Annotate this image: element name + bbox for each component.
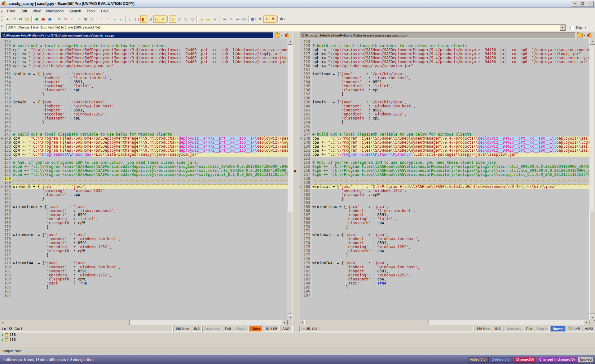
redo-icon[interactable]: ↷	[105, 15, 111, 23]
print-icon[interactable]: ▤	[82, 15, 89, 23]
minimize-button[interactable]: ─	[571, 1, 578, 7]
code-line[interactable]: 135 'encoding' : 'latin1',	[0, 84, 288, 88]
code-line[interactable]: 182 'encoding' : 'windows-1252',	[0, 273, 288, 277]
edit-second-file-icon[interactable]: ✎	[63, 15, 69, 23]
code-line[interactable]: 166 'iomhost' : 'linux.iom.host',	[300, 209, 590, 213]
line-inspector-icon[interactable]: ≡	[257, 15, 263, 23]
code-line[interactable]: 147# build out a local classpath variabl…	[0, 132, 288, 136]
code-line[interactable]: 161 'encoding' : 'windows-1252',	[300, 189, 590, 193]
skip-checkbox[interactable]	[570, 26, 574, 30]
code-line[interactable]: 156#cpW += ";C:\\Program Files\\SASHome\…	[0, 169, 288, 173]
code-line[interactable]: 159	[0, 181, 288, 185]
code-line[interactable]: 165winiomlinux = {'java' : 'java',	[300, 205, 590, 209]
auto-recompare-icon[interactable]: ✓	[160, 15, 166, 23]
code-line[interactable]: 162 'classpath' : cpW	[0, 193, 288, 197]
code-line[interactable]: 163 }	[300, 197, 590, 201]
code-line[interactable]: 183 'classpath' : cpW,	[300, 277, 590, 281]
code-line[interactable]: 168 'encoding' : 'latin1',	[300, 217, 590, 221]
code-line[interactable]: 144 }	[0, 120, 288, 124]
code-line[interactable]: 187	[300, 293, 590, 297]
code-line[interactable]: 158	[0, 177, 288, 181]
code-line[interactable]: 182 'encoding' : 'windows-1252',	[300, 273, 590, 277]
code-line[interactable]: 169 'classpath' : cpW	[300, 221, 590, 225]
menu-search[interactable]: Search	[67, 8, 84, 14]
code-line[interactable]: 141 'iomport' : 8591,	[0, 108, 288, 112]
code-line[interactable]: ►160winlocal = {'java' : 'C:\\Program Fi…	[300, 185, 590, 189]
code-line[interactable]: 147# build out a local classpath variabl…	[300, 132, 590, 136]
code-line[interactable]: 175 'encoding' : 'windows-1252',	[300, 245, 590, 249]
code-line[interactable]: 134 'iomport' : 8591,	[300, 80, 590, 84]
code-line[interactable]: 135 'encoding' : 'latin1',	[300, 84, 590, 88]
code-line[interactable]: 131	[0, 68, 288, 72]
code-line[interactable]: 152cpW += ";C:\\Program Files\\Python\\P…	[300, 153, 590, 157]
code-line[interactable]: 185 }	[0, 285, 288, 289]
comments-icon[interactable]: ▬	[205, 15, 212, 23]
code-line[interactable]: 181 'iomport' : 8591,	[300, 269, 590, 273]
code-line[interactable]: 174 'iomport' : 8591,	[0, 241, 288, 245]
code-line[interactable]: 171	[300, 229, 590, 233]
code-line[interactable]: 132iomlinux = {'java' : '/usr/bin/java',	[0, 72, 288, 76]
left-vertical-scrollbar[interactable]: ▲ ▼	[288, 39, 293, 320]
code-line[interactable]: 139iomwin = {'java' : '/usr/bin/java',	[300, 100, 590, 104]
undo-icon[interactable]: ↶	[98, 15, 105, 23]
left-open-file-dropdown-icon[interactable]: ▼	[281, 34, 283, 37]
current-diff-combo[interactable]: Diff 4: Change 1 line (160, first file) …	[6, 24, 566, 31]
right-open-file-dropdown-icon[interactable]: ▼	[583, 34, 585, 37]
code-line[interactable]: 176 'classpath' : cpW	[300, 249, 590, 253]
find-next-icon[interactable]: ∞	[228, 15, 234, 23]
panes-layout-icon[interactable]: ▦▼	[250, 15, 257, 23]
code-line[interactable]: 175 'encoding' : 'windows-1252',	[0, 245, 288, 249]
code-line[interactable]: 156#cpW += ";C:\\Program Files\\SASHome\…	[300, 169, 590, 173]
code-line[interactable]: 136 'classpath' : cpL	[0, 88, 288, 92]
code-line[interactable]: 166 'iomhost' : 'linux.iom.host',	[0, 209, 288, 213]
synchronize-scrolling-icon[interactable]: ⊟	[153, 15, 160, 23]
filter-changed-icon[interactable]: ▽	[189, 15, 196, 23]
code-line[interactable]: 176 'classpath' : cpW	[0, 249, 288, 253]
pane-splitter[interactable]	[293, 32, 300, 332]
code-line[interactable]: ►160winlocal = {'java' : 'java',	[0, 185, 288, 189]
code-line[interactable]: 164	[0, 201, 288, 205]
code-line[interactable]: 168 'encoding' : 'latin1',	[0, 217, 288, 221]
code-line[interactable]: 136 'classpath' : cpL	[300, 88, 590, 92]
code-line[interactable]: 145	[300, 124, 590, 128]
code-line[interactable]: 159	[300, 181, 590, 185]
menu-files[interactable]: Files	[4, 8, 18, 14]
right-vertical-scrollbar[interactable]: ▲ ▼	[589, 39, 594, 320]
options-icon[interactable]: ✱▼	[280, 15, 286, 23]
code-line[interactable]: 129cpL += ":/opt/sasinside/SASHome/SASDe…	[300, 60, 590, 64]
menu-edit[interactable]: Edit	[18, 8, 30, 14]
filter-all-icon[interactable]: ▽	[170, 15, 176, 23]
code-line[interactable]: 150cpW += ";C:\\Program Files\\SASHome\\…	[0, 145, 288, 149]
code-line[interactable]: 163 }	[0, 197, 288, 201]
code-line[interactable]: 143 'classpath' : cpL	[0, 116, 288, 120]
skip-checkbox-group[interactable]: Skip ▼	[570, 26, 587, 30]
code-line[interactable]: 133 'iomhost' : 'linux.iom.host',	[0, 76, 288, 80]
code-line[interactable]: ►148cpW = "C:\\Program Files\\SASHome\\S…	[300, 136, 590, 141]
ignore-options-icon[interactable]: ▲	[199, 15, 205, 23]
copy-block-to-second-icon[interactable]: ⇥	[76, 15, 82, 23]
copy-block-to-first-icon[interactable]: ⇤	[69, 15, 76, 23]
statistics-icon[interactable]: ♦	[212, 15, 218, 23]
code-line[interactable]: 131	[300, 68, 590, 72]
code-line[interactable]: 164	[300, 201, 590, 205]
right-open-file-icon[interactable]	[577, 33, 583, 37]
code-line[interactable]: 172winiomwin = {'java' : 'java',	[300, 233, 590, 237]
diffbar-overflow-icon[interactable]: ▼	[584, 27, 587, 29]
close-button[interactable]: ×	[587, 1, 594, 7]
code-line[interactable]: 138	[300, 96, 590, 100]
code-line[interactable]: 126cpL = "/opt/sasinside/SASHome/SASDepl…	[300, 48, 590, 52]
code-line[interactable]: 161 'encoding' : 'windows-1252',	[0, 189, 288, 193]
code-line[interactable]: 130cpL += ":/opt/github/saspy/java/saspy…	[0, 64, 288, 68]
left-file-path[interactable]: C:\Program Files\Python\Python37\Lib\sit…	[1, 32, 273, 38]
code-line[interactable]: 150cpW += ";C:\\Program Files\\SASHome\\…	[300, 145, 590, 149]
code-line[interactable]: 145	[0, 124, 288, 128]
code-line[interactable]: 172winiomwin = {'java' : 'java',	[0, 233, 288, 237]
code-line[interactable]: 177 }	[300, 253, 590, 257]
code-line[interactable]: 142 'encoding' : 'windows-1252',	[300, 112, 590, 116]
match-case-icon[interactable]: AB	[241, 15, 247, 23]
code-line[interactable]: 149cpW += ";C:\\Program Files\\SASHome\\…	[0, 141, 288, 145]
right-scroll-up-icon[interactable]: ▲	[589, 39, 595, 45]
code-line[interactable]: 170 }	[300, 225, 590, 229]
code-line[interactable]: 140 'iomhost' : 'windows.iom.host',	[300, 104, 590, 108]
recompare-icon[interactable]: ⟳	[11, 15, 17, 23]
